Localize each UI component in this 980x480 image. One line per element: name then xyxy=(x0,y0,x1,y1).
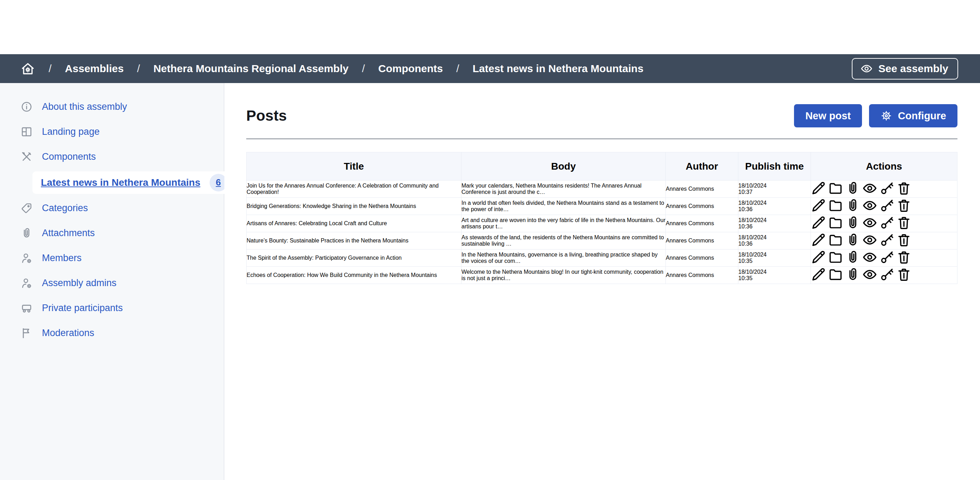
sidebar-item-label: Moderations xyxy=(42,328,94,339)
main-content: Posts New post Configure Title Body xyxy=(224,83,980,480)
folder-action folder-icon[interactable] xyxy=(828,260,843,266)
folder-action folder-icon[interactable] xyxy=(828,277,843,283)
preview-action eye-icon[interactable] xyxy=(862,208,878,214)
sidebar: About this assembly Landing page Compone… xyxy=(0,83,224,480)
attachments-action attachment-icon[interactable] xyxy=(845,260,861,266)
permissions-action key-icon[interactable] xyxy=(879,243,895,249)
permissions-action key-icon[interactable] xyxy=(879,260,895,266)
preview-action eye-icon[interactable] xyxy=(862,243,878,249)
permissions-action key-icon[interactable] xyxy=(879,191,895,197)
delete-action trash-icon[interactable] xyxy=(896,260,912,266)
sidebar-item-components[interactable]: Components xyxy=(0,144,224,169)
breadcrumb-separator: / xyxy=(362,63,364,74)
edit-action pencil-icon[interactable] xyxy=(811,277,826,283)
edit-action pencil-icon[interactable] xyxy=(811,208,826,214)
folder-action folder-icon[interactable] xyxy=(828,226,843,231)
table-row: Bridging Generations: Knowledge Sharing … xyxy=(247,198,958,215)
post-title-link[interactable]: The Spirit of the Assembly: Participator… xyxy=(247,255,402,261)
sidebar-item-about[interactable]: About this assembly xyxy=(0,94,224,119)
table-row: Join Us for the Annares Annual Conferenc… xyxy=(247,181,958,198)
see-assembly-label: See assembly xyxy=(878,63,948,74)
post-author: Annares Commons xyxy=(666,267,738,284)
table-row: The Spirit of the Assembly: Participator… xyxy=(247,250,958,267)
configure-button[interactable]: Configure xyxy=(869,104,958,127)
post-title-link[interactable]: Join Us for the Annares Annual Conferenc… xyxy=(247,183,439,195)
preview-action eye-icon[interactable] xyxy=(862,191,878,197)
folder-action folder-icon[interactable] xyxy=(828,191,843,197)
column-header-publish-time: Publish time xyxy=(738,152,811,181)
post-body-excerpt: Welcome to the Nethera Mountains blog! I… xyxy=(461,267,666,284)
post-title-link[interactable]: Echoes of Cooperation: How We Build Comm… xyxy=(247,272,437,278)
sidebar-item-landing-page[interactable]: Landing page xyxy=(0,119,224,144)
column-header-author: Author xyxy=(666,152,738,181)
post-author: Annares Commons xyxy=(666,215,738,232)
sidebar-item-label: Components xyxy=(42,151,96,162)
sidebar-item-moderations[interactable]: Moderations xyxy=(0,321,224,345)
delete-action trash-icon[interactable] xyxy=(896,243,912,249)
sidebar-item-categories[interactable]: Categories xyxy=(0,196,224,221)
configure-label: Configure xyxy=(898,110,946,122)
sidebar-item-label: Private participants xyxy=(42,303,123,314)
folder-action folder-icon[interactable] xyxy=(828,208,843,214)
sidebar-item-private-participants[interactable]: Private participants xyxy=(0,296,224,321)
breadcrumb-assembly[interactable]: Nethera Mountains Regional Assembly xyxy=(153,63,348,74)
breadcrumb-separator: / xyxy=(456,63,459,74)
post-publish-time: 18/10/202410:36 xyxy=(738,198,811,215)
sidebar-item-members[interactable]: Members xyxy=(0,246,224,271)
info-icon xyxy=(21,101,33,113)
flag-icon xyxy=(21,327,33,339)
table-row: Echoes of Cooperation: How We Build Comm… xyxy=(247,267,958,284)
table-header-row: Title Body Author Publish time Actions xyxy=(247,152,958,181)
breadcrumb-current-component[interactable]: Latest news in Nethera Mountains xyxy=(473,63,643,74)
post-title-link[interactable]: Nature’s Bounty: Sustainable Practices i… xyxy=(247,238,409,244)
sidebar-item-assembly-admins[interactable]: Assembly admins xyxy=(0,271,224,296)
new-post-button[interactable]: New post xyxy=(794,104,862,127)
attachments-action attachment-icon[interactable] xyxy=(845,277,861,283)
table-row: Nature’s Bounty: Sustainable Practices i… xyxy=(247,232,958,250)
permissions-action key-icon[interactable] xyxy=(879,277,895,283)
eye-icon xyxy=(860,62,873,75)
page-title: Posts xyxy=(246,107,287,124)
active-component-label: Latest news in Nethera Mountains xyxy=(41,177,200,188)
post-title-link[interactable]: Artisans of Annares: Celebrating Local C… xyxy=(247,220,387,226)
breadcrumb-separator: / xyxy=(137,63,140,74)
folder-action folder-icon[interactable] xyxy=(828,243,843,249)
home-button[interactable] xyxy=(21,61,35,76)
post-body-excerpt: Art and culture are woven into the very … xyxy=(461,215,666,232)
user-settings-icon xyxy=(21,277,33,289)
attachments-action attachment-icon[interactable] xyxy=(845,191,861,197)
preview-action eye-icon[interactable] xyxy=(862,226,878,231)
sidebar-item-latest-news-active[interactable]: Latest news in Nethera Mountains 6 xyxy=(32,171,235,194)
delete-action trash-icon[interactable] xyxy=(896,277,912,283)
preview-action eye-icon[interactable] xyxy=(862,277,878,283)
post-publish-time: 18/10/202410:37 xyxy=(738,181,811,198)
edit-action pencil-icon[interactable] xyxy=(811,243,826,249)
edit-action pencil-icon[interactable] xyxy=(811,226,826,231)
attachments-action attachment-icon[interactable] xyxy=(845,208,861,214)
permissions-action key-icon[interactable] xyxy=(879,208,895,214)
delete-action trash-icon[interactable] xyxy=(896,208,912,214)
breadcrumb-components[interactable]: Components xyxy=(378,63,443,74)
post-publish-time: 18/10/202410:36 xyxy=(738,232,811,250)
permissions-action key-icon[interactable] xyxy=(879,226,895,231)
sidebar-item-attachments[interactable]: Attachments xyxy=(0,221,224,246)
attachments-action attachment-icon[interactable] xyxy=(845,226,861,231)
delete-action trash-icon[interactable] xyxy=(896,226,912,231)
sidebar-item-label: About this assembly xyxy=(42,101,127,112)
see-assembly-button[interactable]: See assembly xyxy=(852,58,958,79)
edit-action pencil-icon[interactable] xyxy=(811,191,826,197)
contacts-icon xyxy=(21,302,33,314)
user-settings-icon xyxy=(21,252,33,264)
breadcrumb-assemblies[interactable]: Assemblies xyxy=(65,63,124,74)
edit-action pencil-icon[interactable] xyxy=(811,260,826,266)
tools-icon xyxy=(21,150,33,163)
attachments-action attachment-icon[interactable] xyxy=(845,243,861,249)
sidebar-item-label: Members xyxy=(42,253,82,264)
post-title-link[interactable]: Bridging Generations: Knowledge Sharing … xyxy=(247,203,416,209)
delete-action trash-icon[interactable] xyxy=(896,191,912,197)
column-header-title: Title xyxy=(247,152,461,181)
new-post-label: New post xyxy=(805,110,851,122)
sidebar-subitem-wrap: Latest news in Nethera Mountains 6 xyxy=(0,169,224,196)
post-publish-time: 18/10/202410:35 xyxy=(738,250,811,267)
preview-action eye-icon[interactable] xyxy=(862,260,878,266)
